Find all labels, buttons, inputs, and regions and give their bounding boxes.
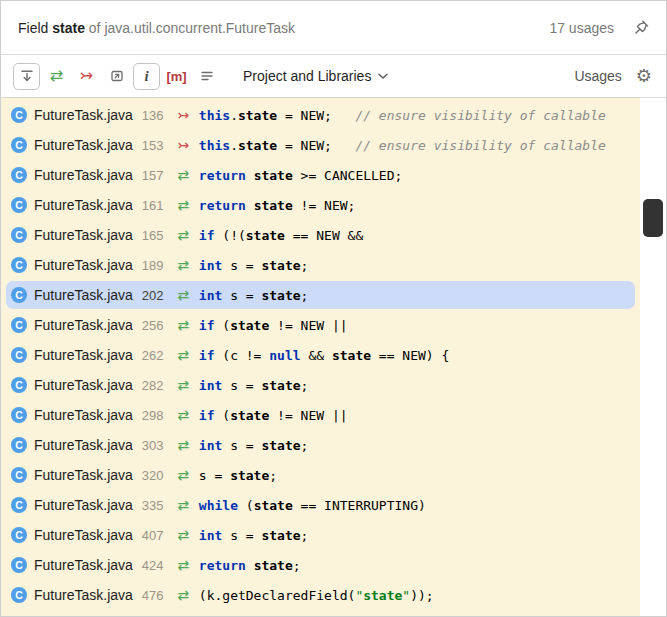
element-name: state: [52, 20, 85, 36]
usages-list: CFutureTask.java136↣this.state = NEW; //…: [1, 98, 640, 616]
read-access-icon: ⇄: [175, 348, 192, 362]
code-snippet: this.state = NEW; // ensure visibility o…: [199, 138, 606, 153]
line-number: 136: [142, 108, 167, 123]
line-number: 256: [142, 318, 167, 333]
read-access-icon: ⇄: [175, 258, 192, 272]
read-access-icon: ⇄: [175, 168, 192, 182]
line-number: 282: [142, 378, 167, 393]
read-access-icon: ⇄: [175, 378, 192, 392]
class-icon: C: [11, 347, 27, 363]
usage-row[interactable]: CFutureTask.java153↣this.state = NEW; //…: [1, 130, 640, 160]
read-access-icon: ⇄: [175, 438, 192, 452]
usage-row[interactable]: CFutureTask.java424⇄return state;: [1, 550, 640, 580]
usage-row[interactable]: CFutureTask.java157⇄return state >= CANC…: [1, 160, 640, 190]
gear-icon[interactable]: ⚙: [636, 67, 652, 85]
code-snippet: int s = state;: [199, 258, 309, 273]
usage-row[interactable]: CFutureTask.java189⇄int s = state;: [1, 250, 640, 280]
pin-icon[interactable]: [630, 17, 652, 39]
info-icon[interactable]: i: [133, 63, 160, 90]
code-snippet: return state != NEW;: [199, 198, 356, 213]
file-name: FutureTask.java: [34, 137, 133, 153]
file-name: FutureTask.java: [34, 347, 133, 363]
file-name: FutureTask.java: [34, 467, 133, 483]
usage-row[interactable]: CFutureTask.java407⇄int s = state;: [1, 520, 640, 550]
merge-duplicate-lines-icon[interactable]: [m]: [163, 63, 190, 90]
code-snippet: if (state != NEW ||: [199, 318, 348, 333]
merge-glyph: [m]: [166, 70, 186, 83]
code-snippet: if (state != NEW ||: [199, 408, 348, 423]
read-access-icon: ⇄: [175, 408, 192, 422]
write-access-icon: ↣: [175, 138, 192, 152]
read-access-icon: ⇄: [175, 498, 192, 512]
usage-row[interactable]: CFutureTask.java262⇄if (c != null && sta…: [1, 340, 640, 370]
class-icon: C: [11, 407, 27, 423]
usages-label: Usages: [574, 68, 621, 84]
class-icon: C: [11, 377, 27, 393]
class-icon: C: [11, 107, 27, 123]
read-access-icon: ⇄: [175, 288, 192, 302]
element-qualifier: of java.util.concurrent.FutureTask: [89, 20, 295, 36]
read-access-icon: ⇄: [175, 588, 192, 602]
write-access-filter-icon[interactable]: ↣: [73, 63, 100, 90]
popup-title: Field state of java.util.concurrent.Futu…: [18, 20, 295, 36]
usage-row[interactable]: CFutureTask.java256⇄if (state != NEW ||: [1, 310, 640, 340]
usage-row[interactable]: CFutureTask.java165⇄if (!(state == NEW &…: [1, 220, 640, 250]
line-number: 424: [142, 558, 167, 573]
class-icon: C: [11, 287, 27, 303]
read-access-icon: ⇄: [175, 318, 192, 332]
usage-row[interactable]: CFutureTask.java161⇄return state != NEW;: [1, 190, 640, 220]
scope-dropdown[interactable]: Project and Libraries: [243, 68, 388, 84]
usage-row[interactable]: CFutureTask.java298⇄if (state != NEW ||: [1, 400, 640, 430]
line-number: 298: [142, 408, 167, 423]
write-arrow-glyph: ↣: [80, 68, 93, 84]
usage-count: 17 usages: [549, 20, 614, 36]
show-import-statements-icon[interactable]: [103, 63, 130, 90]
scrollbar-thumb[interactable]: [643, 199, 663, 237]
read-arrows-glyph: ⇄: [50, 68, 63, 84]
usage-row[interactable]: CFutureTask.java303⇄int s = state;: [1, 430, 640, 460]
usage-row[interactable]: CFutureTask.java282⇄int s = state;: [1, 370, 640, 400]
code-snippet: while (state == INTERRUPTING): [199, 498, 426, 513]
header-right: 17 usages: [549, 17, 652, 39]
file-name: FutureTask.java: [34, 257, 133, 273]
usage-row[interactable]: CFutureTask.java335⇄while (state == INTE…: [1, 490, 640, 520]
usage-row[interactable]: CFutureTask.java476⇄(k.getDeclaredField(…: [1, 580, 640, 610]
line-number: 262: [142, 348, 167, 363]
list-area: CFutureTask.java136↣this.state = NEW; //…: [1, 98, 666, 616]
class-icon: C: [11, 527, 27, 543]
class-icon: C: [11, 227, 27, 243]
file-name: FutureTask.java: [34, 287, 133, 303]
class-icon: C: [11, 167, 27, 183]
read-access-icon: ⇄: [175, 528, 192, 542]
class-icon: C: [11, 317, 27, 333]
class-icon: C: [11, 587, 27, 603]
line-number: 165: [142, 228, 167, 243]
file-name: FutureTask.java: [34, 197, 133, 213]
code-snippet: s = state;: [199, 468, 277, 483]
file-name: FutureTask.java: [34, 587, 133, 603]
chevron-down-icon: [378, 73, 388, 80]
file-name: FutureTask.java: [34, 527, 133, 543]
read-access-filter-icon[interactable]: ⇄: [43, 63, 70, 90]
read-access-icon: ⇄: [175, 468, 192, 482]
popup-header: Field state of java.util.concurrent.Futu…: [1, 1, 666, 55]
class-icon: C: [11, 197, 27, 213]
file-name: FutureTask.java: [34, 407, 133, 423]
file-name: FutureTask.java: [34, 377, 133, 393]
file-name: FutureTask.java: [34, 437, 133, 453]
open-find-toolwindow-icon[interactable]: [13, 63, 40, 90]
write-access-icon: ↣: [175, 108, 192, 122]
code-snippet: (k.getDeclaredField("state"));: [199, 588, 434, 603]
usage-row[interactable]: CFutureTask.java202⇄int s = state;: [1, 280, 640, 310]
class-icon: C: [11, 467, 27, 483]
code-snippet: int s = state;: [199, 378, 309, 393]
usage-row[interactable]: CFutureTask.java136↣this.state = NEW; //…: [1, 100, 640, 130]
file-name: FutureTask.java: [34, 557, 133, 573]
scrollbar-track[interactable]: [640, 98, 666, 616]
preview-usages-icon[interactable]: [193, 63, 220, 90]
code-snippet: int s = state;: [199, 438, 309, 453]
line-number: 320: [142, 468, 167, 483]
usage-row[interactable]: CFutureTask.java320⇄s = state;: [1, 460, 640, 490]
find-usages-popup: Field state of java.util.concurrent.Futu…: [0, 0, 667, 617]
code-snippet: if (c != null && state == NEW) {: [199, 348, 450, 363]
